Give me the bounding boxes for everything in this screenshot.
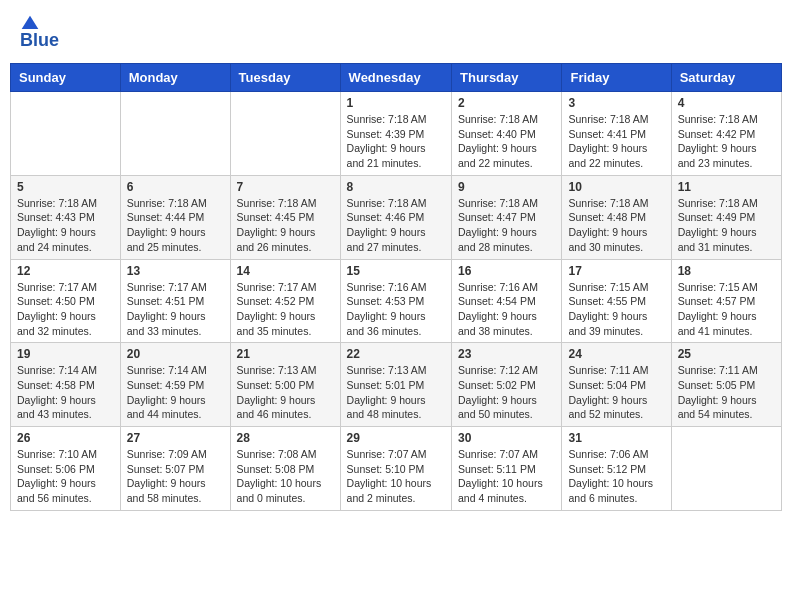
calendar-cell bbox=[671, 427, 781, 511]
cell-date: 16 bbox=[458, 264, 555, 278]
calendar-cell: 22Sunrise: 7:13 AM Sunset: 5:01 PM Dayli… bbox=[340, 343, 451, 427]
calendar-cell: 13Sunrise: 7:17 AM Sunset: 4:51 PM Dayli… bbox=[120, 259, 230, 343]
header: Blue bbox=[10, 10, 782, 55]
calendar-cell: 3Sunrise: 7:18 AM Sunset: 4:41 PM Daylig… bbox=[562, 92, 671, 176]
cell-info: Sunrise: 7:13 AM Sunset: 5:01 PM Dayligh… bbox=[347, 363, 445, 422]
calendar-cell: 21Sunrise: 7:13 AM Sunset: 5:00 PM Dayli… bbox=[230, 343, 340, 427]
cell-date: 13 bbox=[127, 264, 224, 278]
cell-info: Sunrise: 7:10 AM Sunset: 5:06 PM Dayligh… bbox=[17, 447, 114, 506]
cell-date: 31 bbox=[568, 431, 664, 445]
day-header-monday: Monday bbox=[120, 64, 230, 92]
cell-info: Sunrise: 7:14 AM Sunset: 4:59 PM Dayligh… bbox=[127, 363, 224, 422]
cell-date: 14 bbox=[237, 264, 334, 278]
calendar-cell: 15Sunrise: 7:16 AM Sunset: 4:53 PM Dayli… bbox=[340, 259, 451, 343]
calendar-cell: 31Sunrise: 7:06 AM Sunset: 5:12 PM Dayli… bbox=[562, 427, 671, 511]
cell-info: Sunrise: 7:18 AM Sunset: 4:40 PM Dayligh… bbox=[458, 112, 555, 171]
cell-date: 18 bbox=[678, 264, 775, 278]
calendar-cell: 9Sunrise: 7:18 AM Sunset: 4:47 PM Daylig… bbox=[452, 175, 562, 259]
calendar-cell: 29Sunrise: 7:07 AM Sunset: 5:10 PM Dayli… bbox=[340, 427, 451, 511]
cell-date: 3 bbox=[568, 96, 664, 110]
calendar-cell: 17Sunrise: 7:15 AM Sunset: 4:55 PM Dayli… bbox=[562, 259, 671, 343]
calendar-cell: 26Sunrise: 7:10 AM Sunset: 5:06 PM Dayli… bbox=[11, 427, 121, 511]
cell-info: Sunrise: 7:16 AM Sunset: 4:54 PM Dayligh… bbox=[458, 280, 555, 339]
calendar-cell: 23Sunrise: 7:12 AM Sunset: 5:02 PM Dayli… bbox=[452, 343, 562, 427]
calendar-cell: 14Sunrise: 7:17 AM Sunset: 4:52 PM Dayli… bbox=[230, 259, 340, 343]
calendar-cell: 19Sunrise: 7:14 AM Sunset: 4:58 PM Dayli… bbox=[11, 343, 121, 427]
calendar-cell: 30Sunrise: 7:07 AM Sunset: 5:11 PM Dayli… bbox=[452, 427, 562, 511]
calendar-cell: 20Sunrise: 7:14 AM Sunset: 4:59 PM Dayli… bbox=[120, 343, 230, 427]
cell-date: 23 bbox=[458, 347, 555, 361]
cell-date: 11 bbox=[678, 180, 775, 194]
calendar-cell bbox=[230, 92, 340, 176]
svg-marker-0 bbox=[22, 16, 39, 29]
cell-date: 7 bbox=[237, 180, 334, 194]
calendar-header-row: SundayMondayTuesdayWednesdayThursdayFrid… bbox=[11, 64, 782, 92]
calendar-cell: 11Sunrise: 7:18 AM Sunset: 4:49 PM Dayli… bbox=[671, 175, 781, 259]
cell-date: 22 bbox=[347, 347, 445, 361]
cell-info: Sunrise: 7:18 AM Sunset: 4:44 PM Dayligh… bbox=[127, 196, 224, 255]
cell-info: Sunrise: 7:15 AM Sunset: 4:57 PM Dayligh… bbox=[678, 280, 775, 339]
logo-blue-text: Blue bbox=[20, 30, 59, 51]
calendar-cell: 12Sunrise: 7:17 AM Sunset: 4:50 PM Dayli… bbox=[11, 259, 121, 343]
cell-date: 6 bbox=[127, 180, 224, 194]
cell-date: 17 bbox=[568, 264, 664, 278]
cell-date: 2 bbox=[458, 96, 555, 110]
cell-info: Sunrise: 7:15 AM Sunset: 4:55 PM Dayligh… bbox=[568, 280, 664, 339]
cell-date: 5 bbox=[17, 180, 114, 194]
calendar-cell bbox=[120, 92, 230, 176]
calendar-cell bbox=[11, 92, 121, 176]
cell-date: 4 bbox=[678, 96, 775, 110]
cell-date: 25 bbox=[678, 347, 775, 361]
calendar-week-row: 5Sunrise: 7:18 AM Sunset: 4:43 PM Daylig… bbox=[11, 175, 782, 259]
day-header-tuesday: Tuesday bbox=[230, 64, 340, 92]
logo: Blue bbox=[18, 14, 59, 51]
cell-date: 8 bbox=[347, 180, 445, 194]
day-header-friday: Friday bbox=[562, 64, 671, 92]
cell-date: 21 bbox=[237, 347, 334, 361]
calendar-week-row: 19Sunrise: 7:14 AM Sunset: 4:58 PM Dayli… bbox=[11, 343, 782, 427]
cell-info: Sunrise: 7:18 AM Sunset: 4:48 PM Dayligh… bbox=[568, 196, 664, 255]
calendar-cell: 25Sunrise: 7:11 AM Sunset: 5:05 PM Dayli… bbox=[671, 343, 781, 427]
cell-date: 9 bbox=[458, 180, 555, 194]
calendar-cell: 27Sunrise: 7:09 AM Sunset: 5:07 PM Dayli… bbox=[120, 427, 230, 511]
page: Blue SundayMondayTuesdayWednesdayThursda… bbox=[0, 0, 792, 521]
calendar-cell: 28Sunrise: 7:08 AM Sunset: 5:08 PM Dayli… bbox=[230, 427, 340, 511]
calendar-cell: 10Sunrise: 7:18 AM Sunset: 4:48 PM Dayli… bbox=[562, 175, 671, 259]
day-header-wednesday: Wednesday bbox=[340, 64, 451, 92]
cell-info: Sunrise: 7:11 AM Sunset: 5:05 PM Dayligh… bbox=[678, 363, 775, 422]
calendar-cell: 1Sunrise: 7:18 AM Sunset: 4:39 PM Daylig… bbox=[340, 92, 451, 176]
cell-date: 28 bbox=[237, 431, 334, 445]
calendar-week-row: 1Sunrise: 7:18 AM Sunset: 4:39 PM Daylig… bbox=[11, 92, 782, 176]
cell-info: Sunrise: 7:17 AM Sunset: 4:50 PM Dayligh… bbox=[17, 280, 114, 339]
cell-info: Sunrise: 7:18 AM Sunset: 4:49 PM Dayligh… bbox=[678, 196, 775, 255]
cell-info: Sunrise: 7:18 AM Sunset: 4:43 PM Dayligh… bbox=[17, 196, 114, 255]
day-header-thursday: Thursday bbox=[452, 64, 562, 92]
cell-date: 10 bbox=[568, 180, 664, 194]
cell-info: Sunrise: 7:16 AM Sunset: 4:53 PM Dayligh… bbox=[347, 280, 445, 339]
cell-info: Sunrise: 7:07 AM Sunset: 5:11 PM Dayligh… bbox=[458, 447, 555, 506]
calendar-week-row: 26Sunrise: 7:10 AM Sunset: 5:06 PM Dayli… bbox=[11, 427, 782, 511]
cell-date: 20 bbox=[127, 347, 224, 361]
cell-date: 29 bbox=[347, 431, 445, 445]
cell-info: Sunrise: 7:18 AM Sunset: 4:41 PM Dayligh… bbox=[568, 112, 664, 171]
cell-info: Sunrise: 7:18 AM Sunset: 4:45 PM Dayligh… bbox=[237, 196, 334, 255]
cell-info: Sunrise: 7:06 AM Sunset: 5:12 PM Dayligh… bbox=[568, 447, 664, 506]
cell-info: Sunrise: 7:07 AM Sunset: 5:10 PM Dayligh… bbox=[347, 447, 445, 506]
cell-date: 1 bbox=[347, 96, 445, 110]
cell-date: 27 bbox=[127, 431, 224, 445]
calendar-cell: 5Sunrise: 7:18 AM Sunset: 4:43 PM Daylig… bbox=[11, 175, 121, 259]
cell-info: Sunrise: 7:17 AM Sunset: 4:52 PM Dayligh… bbox=[237, 280, 334, 339]
calendar-cell: 24Sunrise: 7:11 AM Sunset: 5:04 PM Dayli… bbox=[562, 343, 671, 427]
calendar-cell: 4Sunrise: 7:18 AM Sunset: 4:42 PM Daylig… bbox=[671, 92, 781, 176]
calendar-week-row: 12Sunrise: 7:17 AM Sunset: 4:50 PM Dayli… bbox=[11, 259, 782, 343]
cell-info: Sunrise: 7:18 AM Sunset: 4:39 PM Dayligh… bbox=[347, 112, 445, 171]
cell-date: 24 bbox=[568, 347, 664, 361]
calendar-cell: 6Sunrise: 7:18 AM Sunset: 4:44 PM Daylig… bbox=[120, 175, 230, 259]
calendar-cell: 16Sunrise: 7:16 AM Sunset: 4:54 PM Dayli… bbox=[452, 259, 562, 343]
calendar-cell: 7Sunrise: 7:18 AM Sunset: 4:45 PM Daylig… bbox=[230, 175, 340, 259]
cell-info: Sunrise: 7:12 AM Sunset: 5:02 PM Dayligh… bbox=[458, 363, 555, 422]
cell-date: 12 bbox=[17, 264, 114, 278]
day-header-saturday: Saturday bbox=[671, 64, 781, 92]
calendar-table: SundayMondayTuesdayWednesdayThursdayFrid… bbox=[10, 63, 782, 511]
cell-info: Sunrise: 7:18 AM Sunset: 4:47 PM Dayligh… bbox=[458, 196, 555, 255]
